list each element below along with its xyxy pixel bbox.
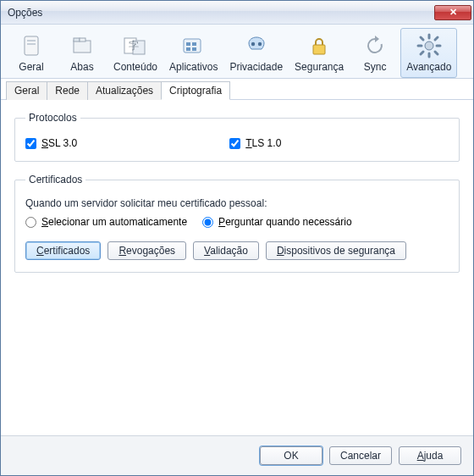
category-toolbar: Geral Abas 字 Conteúdo Aplicativos Privac… [1, 25, 473, 79]
close-button[interactable]: ✕ [434, 5, 471, 20]
window-title: Opções [8, 7, 434, 19]
svg-line-24 [435, 37, 438, 40]
toolbar-item-sync[interactable]: Sync [350, 28, 400, 78]
toolbar-item-geral[interactable]: Geral [6, 28, 57, 78]
checkbox-tls1-label: TLS 1.0 [245, 137, 281, 149]
svg-rect-4 [74, 38, 80, 42]
subtab-atualizacoes[interactable]: Atualizações [87, 81, 162, 100]
svg-line-23 [435, 52, 438, 54]
svg-point-14 [251, 42, 255, 46]
protocols-legend: Protocolos [25, 112, 80, 124]
tabs-icon [69, 32, 96, 59]
cancel-button[interactable]: Cancelar [329, 446, 392, 465]
certificates-legend: Certificados [25, 174, 85, 185]
toolbar-label: Privacidade [229, 61, 283, 73]
svg-rect-5 [80, 38, 85, 42]
toolbar-label: Abas [70, 61, 93, 73]
toolbar-item-seguranca[interactable]: Segurança [289, 28, 350, 78]
content-icon: 字 [122, 32, 149, 59]
radio-ask-input[interactable] [202, 217, 213, 228]
svg-rect-1 [27, 40, 36, 42]
radio-select-auto-label: Selecionar um automaticamente [41, 216, 187, 228]
toolbar-item-avancado[interactable]: Avançado [400, 28, 457, 78]
applications-icon [180, 32, 207, 59]
certificates-button[interactable]: Certificados [25, 241, 101, 260]
tab-content: Protocolos SSL 3.0 TLS 1.0 Certificados … [1, 100, 473, 435]
security-icon [306, 32, 333, 59]
help-button[interactable]: Ajuda [399, 446, 461, 465]
toolbar-item-privacidade[interactable]: Privacidade [223, 28, 289, 78]
ok-button[interactable]: OK [260, 446, 322, 465]
toolbar-label: Conteúdo [113, 61, 157, 73]
options-window: Opções ✕ Geral Abas 字 Conteúdo [0, 0, 474, 476]
privacy-icon [243, 32, 270, 59]
svg-text:字: 字 [129, 40, 139, 52]
checkbox-ssl3[interactable]: SSL 3.0 [25, 137, 77, 149]
general-icon [18, 32, 45, 59]
sync-icon [361, 32, 389, 59]
checkbox-ssl3-label: SSL 3.0 [41, 137, 77, 149]
svg-rect-13 [192, 47, 196, 51]
subtab-rede[interactable]: Rede [47, 81, 88, 100]
svg-line-25 [421, 52, 423, 54]
security-devices-button[interactable]: Dispositivos de segurança [266, 241, 406, 260]
advanced-subtabs: Geral Rede Atualizações Criptografia [1, 79, 473, 100]
toolbar-label: Avançado [406, 61, 451, 73]
subtab-geral[interactable]: Geral [6, 81, 47, 100]
svg-rect-10 [186, 42, 190, 46]
toolbar-label: Segurança [295, 61, 344, 73]
svg-rect-3 [74, 41, 91, 53]
toolbar-item-aplicativos[interactable]: Aplicativos [163, 28, 223, 78]
radio-select-auto-input[interactable] [25, 217, 36, 228]
toolbar-label: Aplicativos [169, 61, 218, 73]
radio-ask[interactable]: Perguntar quando necessário [202, 216, 351, 228]
dialog-footer: OK Cancelar Ajuda [1, 435, 473, 475]
protocols-group: Protocolos SSL 3.0 TLS 1.0 [14, 112, 460, 162]
svg-rect-16 [313, 45, 325, 54]
subtab-criptografia[interactable]: Criptografia [161, 81, 230, 100]
advanced-icon [416, 32, 443, 59]
titlebar: Opções ✕ [1, 1, 473, 25]
svg-rect-11 [192, 42, 196, 46]
validation-button[interactable]: Validação [193, 241, 259, 260]
toolbar-item-conteudo[interactable]: 字 Conteúdo [107, 28, 163, 78]
revocations-button[interactable]: Revogações [107, 241, 186, 260]
toolbar-label: Geral [19, 61, 43, 73]
svg-rect-12 [186, 47, 190, 51]
cert-prompt-text: Quando um servidor solicitar meu certifi… [25, 197, 449, 209]
checkbox-tls1[interactable]: TLS 1.0 [229, 137, 281, 149]
checkbox-tls1-input[interactable] [229, 138, 240, 149]
svg-rect-0 [25, 36, 38, 55]
checkbox-ssl3-input[interactable] [25, 138, 36, 149]
toolbar-item-abas[interactable]: Abas [57, 28, 107, 78]
close-icon: ✕ [449, 8, 457, 17]
toolbar-label: Sync [364, 61, 387, 73]
svg-rect-2 [27, 43, 36, 45]
svg-point-15 [258, 42, 262, 46]
svg-point-17 [425, 42, 433, 50]
certificates-group: Certificados Quando um servidor solicita… [14, 174, 460, 273]
radio-select-auto[interactable]: Selecionar um automaticamente [25, 216, 187, 228]
svg-line-22 [421, 37, 423, 40]
radio-ask-label: Perguntar quando necessário [218, 216, 351, 228]
